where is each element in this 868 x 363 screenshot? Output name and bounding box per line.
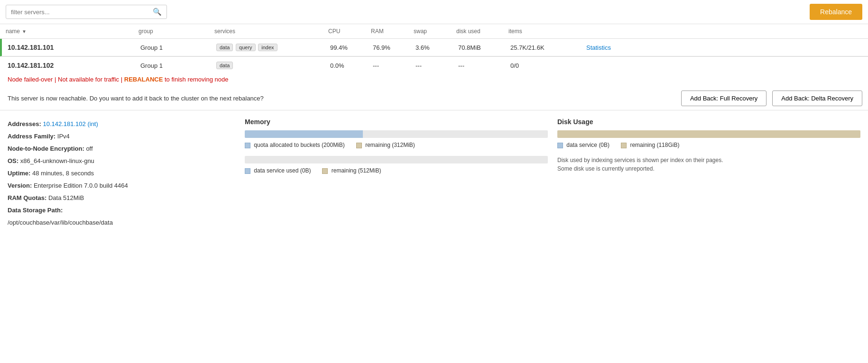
memory-title: Memory bbox=[245, 118, 548, 126]
server1-ram: 76.9% bbox=[373, 44, 416, 51]
server1-swap: 3.6% bbox=[416, 44, 458, 51]
address-family-row: Address Family: IPv4 bbox=[8, 130, 235, 143]
addresses-row: Addresses: 10.142.181.102 (int) bbox=[8, 118, 235, 130]
service-badge-index: index bbox=[258, 44, 277, 51]
table-header: name ▼ group services CPU RAM swap disk … bbox=[0, 24, 868, 39]
not-available-text: Not available for traffic bbox=[58, 76, 119, 83]
info-block: Addresses: 10.142.181.102 (int) Address … bbox=[8, 118, 235, 229]
server1-group: Group 1 bbox=[140, 44, 216, 51]
memory-section: Memory quota allocated to buckets (200Mi… bbox=[245, 118, 548, 229]
encryption-value: off bbox=[86, 145, 92, 152]
data-storage-value: /opt/couchbase/var/lib/couchbase/data bbox=[8, 217, 235, 229]
uptime-label: Uptime: bbox=[8, 170, 30, 177]
legend-disk-tan: remaining (118GiB) bbox=[621, 142, 679, 148]
status-message: Node failed-over | Not available for tra… bbox=[0, 74, 868, 87]
server1-items: 25.7K/21.6K bbox=[510, 44, 586, 51]
legend-quota-tan: remaining (312MiB) bbox=[356, 142, 415, 148]
encryption-row: Node-to-Node Encryption: off bbox=[8, 143, 235, 155]
col-ram: RAM bbox=[371, 28, 414, 35]
server1-stats: Statistics bbox=[586, 44, 862, 51]
version-value: Enterprise Edition 7.0.0 build 4464 bbox=[34, 182, 128, 189]
os-label: OS: bbox=[8, 157, 18, 164]
legend-quota-blue: quota allocated to buckets (200MiB) bbox=[245, 142, 345, 148]
disk-note: Disk used by indexing services is shown … bbox=[557, 156, 860, 173]
server2-group: Group 1 bbox=[140, 62, 216, 69]
disk-bar1 bbox=[557, 130, 860, 138]
recovery-text: This server is now reachable. Do you wan… bbox=[8, 95, 674, 102]
ram-quotas-value: Data 512MiB bbox=[48, 194, 84, 201]
address-family-value: IPv4 bbox=[57, 133, 70, 140]
server1-services: data query index bbox=[216, 44, 330, 51]
search-wrapper: 🔍 bbox=[6, 5, 167, 19]
delta-recovery-button[interactable]: Add Back: Delta Recovery bbox=[772, 91, 862, 106]
disk-bar1-fill bbox=[557, 130, 860, 138]
disk-section: Disk Usage data service (0B) remaining (… bbox=[557, 118, 860, 229]
statistics-link[interactable]: Statistics bbox=[586, 44, 611, 51]
memory-bar2-legend: data service used (0B) remaining (512MiB… bbox=[245, 167, 548, 174]
col-swap: swap bbox=[414, 28, 456, 35]
col-cpu: CPU bbox=[328, 28, 371, 35]
ram-quotas-row: RAM Quotas: Data 512MiB bbox=[8, 192, 235, 204]
version-label: Version: bbox=[8, 182, 32, 189]
server2-ram: --- bbox=[373, 62, 416, 69]
service-badge-query: query bbox=[236, 44, 256, 51]
recovery-row: This server is now reachable. Do you wan… bbox=[0, 87, 868, 110]
separator-1: | bbox=[55, 76, 58, 83]
os-value: x86_64-unknown-linux-gnu bbox=[20, 157, 94, 164]
disk-bar1-legend: data service (0B) remaining (118GiB) bbox=[557, 142, 860, 148]
col-group: group bbox=[139, 28, 214, 35]
legend-box-quota bbox=[245, 143, 250, 148]
server2-name: 10.142.181.102 bbox=[8, 62, 140, 69]
memory-bar1-fill-blue bbox=[245, 130, 363, 138]
search-input[interactable] bbox=[11, 9, 153, 16]
col-name[interactable]: name ▼ bbox=[6, 28, 139, 35]
details-section: Addresses: 10.142.181.102 (int) Address … bbox=[0, 110, 868, 238]
col-disk-used: disk used bbox=[456, 28, 508, 35]
finish-removing-text: to finish removing node bbox=[165, 76, 228, 83]
server-row-1: 10.142.181.101 Group 1 data query index … bbox=[0, 39, 868, 56]
disk-note-2: Some disk use is currently unreported. bbox=[557, 164, 860, 173]
server-row-2-header: 10.142.181.102 Group 1 data 0.0% --- ---… bbox=[0, 56, 868, 74]
col-services: services bbox=[214, 28, 328, 35]
os-row: OS: x86_64-unknown-linux-gnu bbox=[8, 155, 235, 167]
server1-name: 10.142.181.101 bbox=[8, 44, 140, 51]
node-failed-over-text: Node failed-over bbox=[8, 76, 53, 83]
search-icon: 🔍 bbox=[153, 8, 162, 16]
addresses-value: 10.142.181.102 (int) bbox=[43, 120, 98, 127]
memory-bar2 bbox=[245, 156, 548, 163]
server2-disk-used: --- bbox=[458, 62, 510, 69]
legend-box-remaining2 bbox=[322, 168, 328, 174]
separator-2: | bbox=[121, 76, 124, 83]
server2-services: data bbox=[216, 62, 330, 69]
encryption-label: Node-to-Node Encryption: bbox=[8, 145, 84, 152]
legend-box-data bbox=[245, 168, 250, 174]
address-family-label: Address Family: bbox=[8, 133, 55, 140]
version-row: Version: Enterprise Edition 7.0.0 build … bbox=[8, 180, 235, 192]
memory-bar1 bbox=[245, 130, 548, 138]
legend-box-remaining1 bbox=[356, 143, 362, 148]
legend-box-disk-remaining bbox=[621, 143, 627, 148]
legend-disk-blue: data service (0B) bbox=[557, 142, 609, 148]
memory-bar1-legend: quota allocated to buckets (200MiB) rema… bbox=[245, 142, 548, 148]
addresses-label: Addresses: bbox=[8, 120, 41, 127]
service-badge-data2: data bbox=[216, 62, 233, 69]
recovery-buttons: Add Back: Full Recovery Add Back: Delta … bbox=[681, 91, 862, 106]
uptime-row: Uptime: 48 minutes, 8 seconds bbox=[8, 167, 235, 180]
data-storage-label: Data Storage Path: bbox=[8, 207, 63, 214]
legend-data-tan: remaining (512MiB) bbox=[322, 167, 381, 174]
server2-items: 0/0 bbox=[510, 62, 586, 69]
server1-disk-used: 70.8MiB bbox=[458, 44, 510, 51]
server2-swap: --- bbox=[416, 62, 458, 69]
full-recovery-button[interactable]: Add Back: Full Recovery bbox=[681, 91, 766, 106]
top-bar: 🔍 Rebalance bbox=[0, 0, 868, 24]
legend-box-disk-data bbox=[557, 143, 563, 148]
server2-cpu: 0.0% bbox=[330, 62, 373, 69]
rebalance-button[interactable]: Rebalance bbox=[810, 4, 862, 20]
rebalance-link[interactable]: REBALANCE bbox=[124, 76, 163, 83]
legend-data-blue: data service used (0B) bbox=[245, 167, 311, 174]
data-storage-row: Data Storage Path: /opt/couchbase/var/li… bbox=[8, 204, 235, 229]
server1-cpu: 99.4% bbox=[330, 44, 373, 51]
uptime-value: 48 minutes, 8 seconds bbox=[32, 170, 94, 177]
disk-title: Disk Usage bbox=[557, 118, 860, 126]
ram-quotas-label: RAM Quotas: bbox=[8, 194, 46, 201]
